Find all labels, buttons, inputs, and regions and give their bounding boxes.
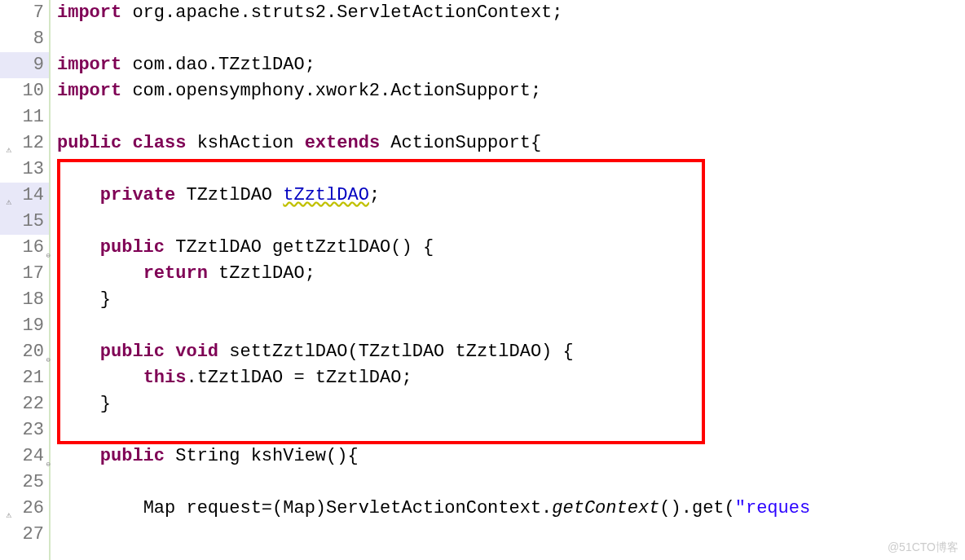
code-line[interactable]: return tZztlDAO; xyxy=(57,261,965,287)
code-line[interactable]: import org.apache.struts2.ServletActionC… xyxy=(57,0,965,26)
warning-icon[interactable]: ⚠ xyxy=(0,189,11,201)
gutter-line[interactable]: 25 xyxy=(0,470,49,496)
code-line[interactable]: public String kshView(){ xyxy=(57,443,965,470)
gutter-line[interactable]: 15 xyxy=(0,209,49,235)
code-line[interactable]: private TZztlDAO tZztlDAO; xyxy=(57,183,965,209)
code-line[interactable] xyxy=(57,157,965,183)
gutter-line[interactable]: ⚠26 xyxy=(0,496,49,522)
code-line[interactable]: import com.dao.TZztlDAO; xyxy=(57,52,965,78)
code-line[interactable]: public TZztlDAO gettZztlDAO() { xyxy=(57,235,965,261)
gutter-line[interactable]: 27 xyxy=(0,522,49,548)
code-content[interactable]: import org.apache.struts2.ServletActionC… xyxy=(51,0,965,560)
gutter-line[interactable]: 16⊖ xyxy=(0,235,49,261)
gutter-line[interactable]: ⚠14 xyxy=(0,183,49,209)
code-editor: 7 8 9 10 11 ⚠12 13 ⚠14 15 16⊖ 17 18 19 2… xyxy=(0,0,965,560)
code-line[interactable] xyxy=(57,417,965,443)
gutter-line[interactable]: 22 xyxy=(0,391,49,417)
gutter-line[interactable]: 10 xyxy=(0,78,49,104)
gutter-line[interactable]: 21 xyxy=(0,365,49,391)
gutter-line[interactable]: 8 xyxy=(0,26,49,52)
code-line[interactable] xyxy=(57,470,965,496)
gutter-line[interactable]: 19 xyxy=(0,313,49,339)
code-line[interactable] xyxy=(57,26,965,52)
code-line[interactable]: } xyxy=(57,287,965,313)
code-line[interactable]: public class kshAction extends ActionSup… xyxy=(57,130,965,157)
code-line[interactable] xyxy=(57,104,965,130)
gutter-line[interactable]: 24⊖ xyxy=(0,443,49,470)
code-line[interactable] xyxy=(57,313,965,339)
gutter-line[interactable]: 23 xyxy=(0,417,49,443)
warning-icon[interactable]: ⚠ xyxy=(0,137,11,148)
code-line[interactable]: } xyxy=(57,391,965,417)
gutter-line[interactable]: ⚠12 xyxy=(0,130,49,157)
gutter-line[interactable]: 17 xyxy=(0,261,49,287)
gutter-line[interactable]: 13 xyxy=(0,157,49,183)
gutter-line[interactable]: 11 xyxy=(0,104,49,130)
line-gutter: 7 8 9 10 11 ⚠12 13 ⚠14 15 16⊖ 17 18 19 2… xyxy=(0,0,51,560)
gutter-line[interactable]: 18 xyxy=(0,287,49,313)
field-reference: tZztlDAO xyxy=(283,185,369,205)
code-line[interactable]: import com.opensymphony.xwork2.ActionSup… xyxy=(57,78,965,104)
gutter-line[interactable]: 20⊖ xyxy=(0,339,49,365)
gutter-line[interactable]: 9 xyxy=(0,52,49,78)
watermark-text: @51CTO博客 xyxy=(888,540,958,555)
code-line[interactable]: public void settZztlDAO(TZztlDAO tZztlDA… xyxy=(57,339,965,365)
warning-icon[interactable]: ⚠ xyxy=(0,502,11,514)
code-line[interactable]: this.tZztlDAO = tZztlDAO; xyxy=(57,365,965,391)
gutter-line[interactable]: 7 xyxy=(0,0,49,26)
code-line[interactable] xyxy=(57,522,965,548)
code-line[interactable]: Map request=(Map)ServletActionContext.ge… xyxy=(57,496,965,522)
code-line[interactable] xyxy=(57,209,965,235)
